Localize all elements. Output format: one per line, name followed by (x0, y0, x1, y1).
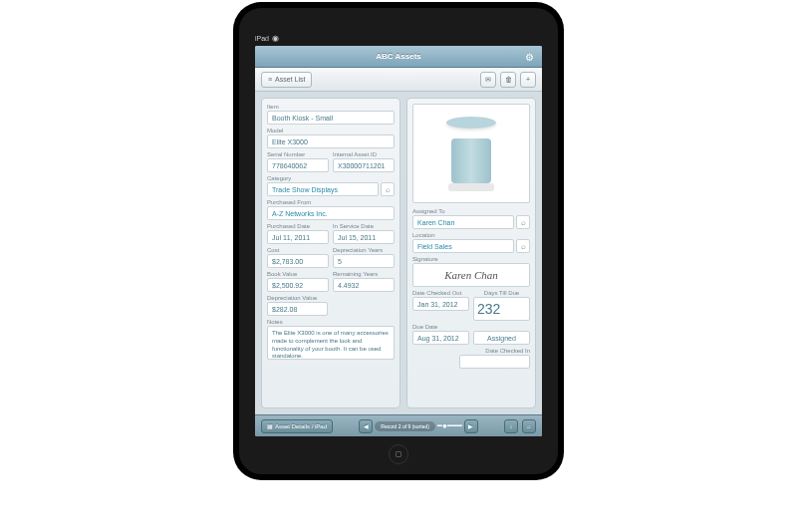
plus-icon: + (526, 76, 530, 83)
category-search-icon[interactable]: ⌕ (381, 182, 395, 196)
asset-list-button[interactable]: ≡ Asset List (261, 72, 312, 88)
location-label: Location (412, 232, 530, 238)
layout-icon: ▦ (267, 422, 273, 429)
layout-label: Asset Details / iPad (275, 423, 327, 429)
inservice-label: In Service Date (333, 223, 395, 229)
due-field[interactable]: Aug 31, 2012 (412, 331, 469, 345)
record-nav: ◀ Record 2 of 9 (sorted) ━●━━━ ▶ (337, 419, 500, 433)
mail-button[interactable]: ✉ (480, 72, 496, 88)
footer-bar: ▦Asset Details / iPad ◀ Record 2 of 9 (s… (255, 414, 542, 436)
serial-field[interactable]: 778640062 (267, 158, 329, 172)
toolbar: ≡ Asset List ✉ 🗑 + (255, 68, 542, 92)
carrier-label: iPad (255, 35, 269, 42)
location-search-icon[interactable]: ⌕ (516, 239, 530, 253)
mail-icon: ✉ (485, 76, 491, 84)
days-value: 232 (477, 301, 500, 317)
layout-button[interactable]: ▦Asset Details / iPad (261, 419, 333, 433)
app-screen: ABC Assets ⚙ ≡ Asset List ✉ 🗑 + ItemBoot… (255, 46, 542, 436)
chevron-left-icon: ◀ (364, 422, 369, 429)
record-counter[interactable]: Record 2 of 9 (sorted) (375, 421, 435, 431)
assetid-label: Internal Asset ID (333, 151, 395, 157)
sort-button[interactable]: ↕ (504, 419, 518, 433)
slider-icon[interactable]: ━●━━━ (437, 421, 462, 430)
book-label: Book Value (267, 271, 329, 277)
asset-image[interactable] (412, 104, 530, 203)
category-label: Category (267, 175, 395, 181)
purchased-date-field[interactable]: Jul 11, 2011 (267, 230, 329, 244)
remain-field[interactable]: 4.4932 (333, 278, 395, 292)
notes-field[interactable]: The Elite X3000 is one of many accessori… (267, 326, 395, 360)
dep-years-label: Depreciation Years (333, 247, 395, 253)
item-label: Item (267, 104, 395, 110)
wifi-icon: ◉ (272, 34, 279, 43)
right-panel: Assigned To Karen Chan⌕ Location Field S… (406, 98, 536, 408)
search-icon: ⌕ (527, 423, 531, 429)
model-field[interactable]: Elite X3000 (267, 134, 395, 148)
cost-label: Cost (267, 247, 329, 253)
location-field[interactable]: Field Sales (412, 239, 514, 253)
list-icon: ≡ (268, 76, 272, 83)
app-title: ABC Assets (376, 52, 421, 61)
add-button[interactable]: + (520, 72, 536, 88)
delete-button[interactable]: 🗑 (500, 72, 516, 88)
serial-label: Serial Number (267, 151, 329, 157)
days-till-due-box: 232 (473, 297, 530, 321)
content-area: ItemBooth Kiosk - Small ModelElite X3000… (255, 92, 542, 414)
ipad-frame: iPad ◉ ABC Assets ⚙ ≡ Asset List ✉ 🗑 + I… (233, 2, 564, 480)
signature-label: Signature (412, 256, 530, 262)
dep-years-field[interactable]: 5 (333, 254, 395, 268)
assetid-field[interactable]: X30000711201 (333, 158, 395, 172)
titlebar: ABC Assets ⚙ (255, 46, 542, 68)
dep-val-field[interactable]: $282.08 (267, 302, 328, 316)
trash-icon: 🗑 (505, 76, 512, 83)
model-label: Model (267, 128, 395, 133)
due-label: Due Date (412, 324, 469, 330)
ios-status-bar: iPad ◉ (255, 32, 542, 44)
find-button[interactable]: ⌕ (522, 419, 536, 433)
days-label: Days Till Due (473, 290, 530, 296)
assigned-field[interactable]: Karen Chan (412, 215, 514, 229)
home-icon (396, 451, 401, 457)
checkin-field[interactable] (459, 355, 530, 369)
dep-val-label: Depreciation Value (267, 295, 328, 301)
inservice-field[interactable]: Jul 15, 2011 (333, 230, 395, 244)
sort-icon: ↕ (510, 423, 513, 429)
category-field[interactable]: Trade Show Displays (267, 182, 379, 196)
assigned-search-icon[interactable]: ⌕ (516, 215, 530, 229)
remain-label: Remaining Years (333, 271, 395, 277)
checkout-field[interactable]: Jan 31, 2012 (412, 297, 469, 311)
chevron-right-icon: ▶ (468, 422, 473, 429)
notes-label: Notes (267, 319, 395, 325)
purchased-from-label: Purchased From (267, 199, 395, 205)
left-panel: ItemBooth Kiosk - Small ModelElite X3000… (261, 98, 400, 408)
item-field[interactable]: Booth Kiosk - Small (267, 111, 395, 125)
ipad-bezel: iPad ◉ ABC Assets ⚙ ≡ Asset List ✉ 🗑 + I… (239, 8, 558, 474)
home-button[interactable] (389, 444, 408, 464)
purchased-from-field[interactable]: A-Z Networks Inc. (267, 206, 395, 220)
assigned-label: Assigned To (412, 208, 530, 214)
prev-button[interactable]: ◀ (359, 419, 373, 433)
kiosk-illustration (441, 117, 501, 191)
next-button[interactable]: ▶ (464, 419, 478, 433)
gear-icon[interactable]: ⚙ (522, 50, 536, 64)
book-field[interactable]: $2,500.92 (267, 278, 329, 292)
purchased-date-label: Purchased Date (267, 223, 329, 229)
checkout-label: Date Checked Out (412, 290, 469, 296)
cost-field[interactable]: $2,783.00 (267, 254, 329, 268)
checkin-label: Date Checked In (485, 348, 530, 354)
asset-list-label: Asset List (275, 76, 305, 83)
signature-field[interactable]: Karen Chan (412, 263, 530, 287)
status-field: Assigned (473, 331, 530, 345)
